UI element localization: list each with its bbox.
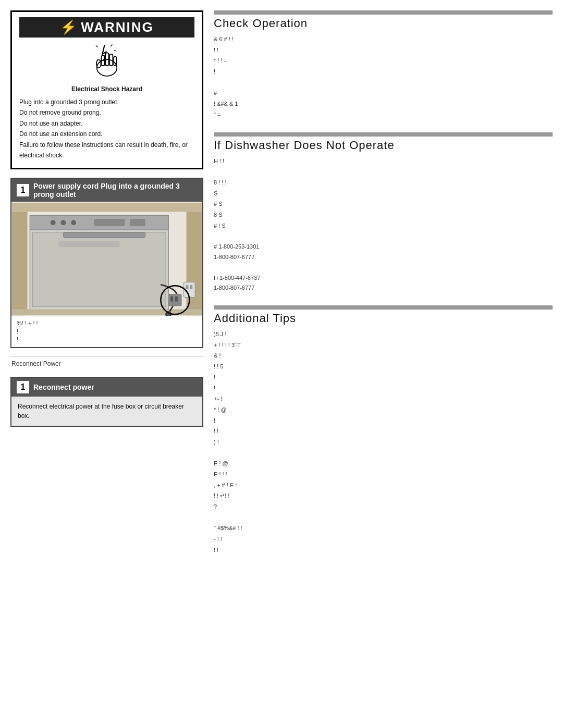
warning-lightning-icon: ⚡ (60, 19, 78, 35)
svg-rect-4 (114, 56, 116, 66)
not-operate-title: If Dishwasher Does Not Operate (214, 139, 553, 152)
svg-rect-22 (58, 241, 120, 248)
shock-hazard-text: Electrical Shock Hazard (19, 85, 194, 93)
svg-rect-31 (170, 297, 173, 302)
svg-line-6 (96, 45, 98, 47)
left-column: ⚡ WARNING Electrical Shock Hazard Plug i… (10, 10, 203, 718)
warning-box: ⚡ WARNING Electrical Shock Hazard Plug i… (10, 10, 203, 169)
dishwasher-illustration (11, 202, 202, 316)
right-column: Check Operation & 6 # ! ! ! ! * ! ! - ! (214, 10, 553, 718)
svg-rect-19 (130, 219, 145, 227)
check-operation-header-bar (214, 10, 553, 15)
step1-number: 1 (17, 184, 29, 196)
svg-point-15 (51, 220, 56, 226)
additional-tips-section: Additional Tips )5 J ! + ! ! ! ! 3' T & … (214, 305, 553, 563)
svg-point-16 (60, 220, 66, 226)
not-operate-section: If Dishwasher Does Not Operate H ! ! 8 !… (214, 132, 553, 302)
check-operation-content: & 6 # ! ! ! ! * ! ! - ! # ! (214, 34, 553, 120)
warning-item-3: Do not use an adapter. (19, 118, 194, 129)
check-operation-title: Check Operation (214, 17, 553, 30)
warning-item-2: Do not remove ground prong. (19, 107, 194, 118)
step2-number: 1 (17, 381, 29, 393)
svg-rect-28 (190, 286, 192, 290)
step1-title: Power supply cord Plug into a grounded 3… (33, 182, 197, 199)
step1-header: 1 Power supply cord Plug into a grounded… (11, 179, 202, 202)
not-operate-header-bar (214, 132, 553, 137)
warning-title: ⚡ WARNING (19, 17, 194, 38)
step2-header: 1 Reconnect power (11, 378, 202, 397)
reconnect-label: Reconnect Power (10, 356, 203, 368)
step1-footer: %! ! + ! !!! (11, 316, 202, 347)
electrical-hand-icon (89, 43, 125, 79)
warning-item-4: Do not use an extension cord. (19, 129, 194, 139)
svg-point-17 (71, 220, 76, 226)
additional-tips-header-bar (214, 305, 553, 310)
svg-rect-18 (94, 219, 125, 227)
svg-rect-12 (186, 212, 202, 316)
svg-rect-10 (12, 203, 202, 212)
additional-tips-content: )5 J ! + ! ! ! ! 3' T & ! ! ! 5 ! (214, 329, 553, 554)
not-operate-content: H ! ! 8 ! ! ! S # S 8 S # ! (214, 156, 553, 293)
svg-line-8 (114, 50, 116, 51)
warning-instructions: Plug into a grounded 3 prong outlet. Do … (19, 97, 194, 161)
warning-item-1: Plug into a grounded 3 prong outlet. (19, 97, 194, 107)
step2-description: Reconnect electrical power at the fuse b… (11, 397, 202, 426)
svg-rect-32 (175, 297, 178, 302)
svg-line-7 (111, 45, 113, 47)
svg-rect-21 (63, 232, 145, 238)
svg-rect-27 (186, 286, 189, 290)
svg-rect-11 (12, 212, 28, 316)
additional-tips-title: Additional Tips (214, 312, 553, 325)
step1-box: 1 Power supply cord Plug into a grounded… (10, 178, 203, 348)
step2-title: Reconnect power (33, 383, 94, 391)
warning-item-5: Failure to follow these instructions can… (19, 140, 194, 161)
check-operation-section: Check Operation & 6 # ! ! ! ! * ! ! - ! (214, 10, 553, 128)
step2-box: 1 Reconnect power Reconnect electrical p… (10, 377, 203, 427)
svg-rect-2 (105, 53, 108, 66)
step1-body: %! ! + ! !!! (11, 202, 202, 347)
